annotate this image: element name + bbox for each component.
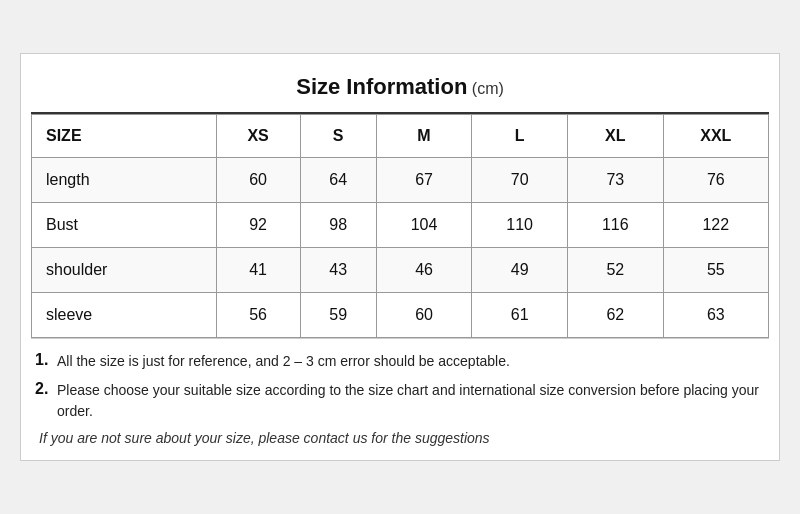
table-header-row: SIZEXSSMLXLXXL [32, 115, 769, 158]
row-label-Bust: Bust [32, 203, 217, 248]
table-row: Bust9298104110116122 [32, 203, 769, 248]
cell-shoulder-XL: 52 [567, 248, 663, 293]
cell-shoulder-M: 46 [376, 248, 472, 293]
cell-sleeve-XXL: 63 [663, 293, 768, 338]
cell-length-S: 64 [300, 158, 376, 203]
note-item-2: 2.Please choose your suitable size accor… [35, 380, 765, 422]
cell-length-XL: 73 [567, 158, 663, 203]
size-col-header: SIZE [32, 115, 217, 158]
cell-Bust-S: 98 [300, 203, 376, 248]
cell-length-L: 70 [472, 158, 568, 203]
cell-Bust-M: 104 [376, 203, 472, 248]
row-label-sleeve: sleeve [32, 293, 217, 338]
row-label-shoulder: shoulder [32, 248, 217, 293]
note-text-2: Please choose your suitable size accordi… [57, 380, 765, 422]
cell-sleeve-XS: 56 [216, 293, 300, 338]
size-col-m: M [376, 115, 472, 158]
notes-section: 1.All the size is just for reference, an… [31, 338, 769, 450]
size-col-xxl: XXL [663, 115, 768, 158]
note-number-1: 1. [35, 351, 57, 369]
note-item-1: 1.All the size is just for reference, an… [35, 351, 765, 372]
cell-shoulder-S: 43 [300, 248, 376, 293]
size-chart-container: Size Information (cm) SIZEXSSMLXLXXL len… [20, 53, 780, 461]
title-row: Size Information (cm) [31, 64, 769, 114]
cell-Bust-XS: 92 [216, 203, 300, 248]
note-text-1: All the size is just for reference, and … [57, 351, 510, 372]
footer-note: If you are not sure about your size, ple… [35, 430, 765, 446]
cell-sleeve-M: 60 [376, 293, 472, 338]
table-row: length606467707376 [32, 158, 769, 203]
size-col-xs: XS [216, 115, 300, 158]
cell-sleeve-XL: 62 [567, 293, 663, 338]
cell-length-XS: 60 [216, 158, 300, 203]
title-unit: (cm) [472, 80, 504, 97]
table-row: shoulder414346495255 [32, 248, 769, 293]
cell-sleeve-L: 61 [472, 293, 568, 338]
table-row: sleeve565960616263 [32, 293, 769, 338]
cell-Bust-L: 110 [472, 203, 568, 248]
cell-Bust-XXL: 122 [663, 203, 768, 248]
cell-shoulder-XS: 41 [216, 248, 300, 293]
cell-sleeve-S: 59 [300, 293, 376, 338]
title-main: Size Information [296, 74, 467, 99]
note-number-2: 2. [35, 380, 57, 398]
size-col-s: S [300, 115, 376, 158]
cell-shoulder-XXL: 55 [663, 248, 768, 293]
cell-shoulder-L: 49 [472, 248, 568, 293]
size-col-l: L [472, 115, 568, 158]
size-table: SIZEXSSMLXLXXL length606467707376Bust929… [31, 114, 769, 338]
row-label-length: length [32, 158, 217, 203]
cell-length-M: 67 [376, 158, 472, 203]
size-col-xl: XL [567, 115, 663, 158]
cell-length-XXL: 76 [663, 158, 768, 203]
cell-Bust-XL: 116 [567, 203, 663, 248]
